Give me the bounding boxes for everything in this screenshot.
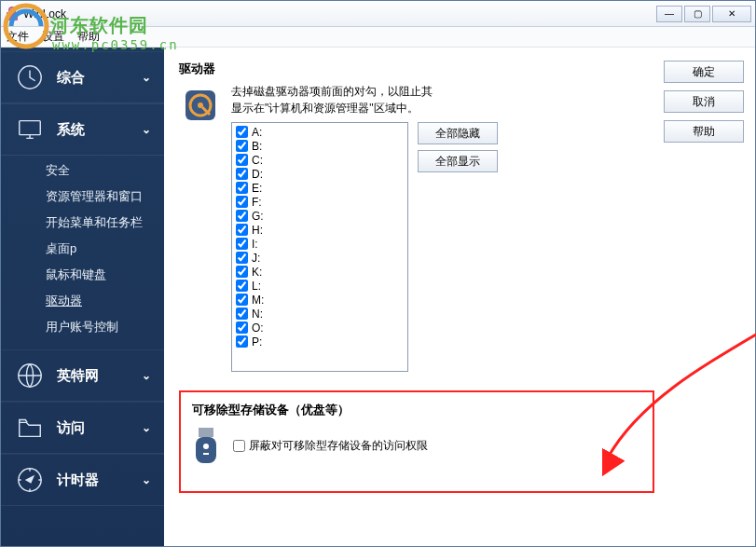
drive-row[interactable]: I: <box>236 237 404 251</box>
removable-checkbox[interactable] <box>233 440 245 452</box>
title-bar: WinLock — ▢ ✕ <box>1 1 755 27</box>
drive-checkbox[interactable] <box>236 335 248 348</box>
sidebar-group-internet: 英特网 ⌄ <box>1 349 164 402</box>
menu-settings[interactable]: 设置 <box>42 29 64 45</box>
show-all-button[interactable]: 全部显示 <box>418 150 498 172</box>
sidebar-group-timer: 计时器 ⌄ <box>1 454 164 506</box>
drive-checkbox[interactable] <box>236 308 248 320</box>
drive-row[interactable]: P: <box>236 335 404 349</box>
removable-checkbox-row[interactable]: 屏蔽对可移除型存储设备的访问权限 <box>233 438 428 454</box>
drive-row[interactable]: N: <box>236 307 404 321</box>
drive-label: B: <box>252 140 262 153</box>
drive-row[interactable]: L: <box>236 279 404 293</box>
sidebar-label: 访问 <box>57 419 142 437</box>
drive-checkbox[interactable] <box>236 238 248 250</box>
drive-label: C: <box>252 154 263 167</box>
sidebar-item-startmenu[interactable]: 开始菜单和任务栏 <box>1 210 164 236</box>
drive-label: O: <box>252 321 264 335</box>
drive-label: I: <box>252 238 258 251</box>
sidebar-header-internet[interactable]: 英特网 ⌄ <box>1 349 164 402</box>
menu-bar: 文件 设置 帮助 <box>1 27 755 48</box>
minimize-button[interactable]: — <box>656 6 682 22</box>
sidebar-header-access[interactable]: 访问 ⌄ <box>1 402 164 454</box>
sidebar-item-drives[interactable]: 驱动器 <box>1 288 164 314</box>
maximize-button[interactable]: ▢ <box>684 6 710 22</box>
menu-help[interactable]: 帮助 <box>77 29 100 45</box>
sidebar-header-timer[interactable]: 计时器 ⌄ <box>1 454 164 506</box>
chevron-down-icon: ⌄ <box>142 71 151 84</box>
sidebar-label: 综合 <box>57 69 142 87</box>
drive-checkbox[interactable] <box>236 196 248 208</box>
ok-button[interactable]: 确定 <box>664 61 744 83</box>
removable-title: 可移除型存储设备（优盘等） <box>192 402 641 418</box>
monitor-icon <box>14 114 46 145</box>
sidebar-group-access: 访问 ⌄ <box>1 402 164 454</box>
close-button[interactable]: ✕ <box>712 6 751 22</box>
clock-icon <box>14 62 46 93</box>
drive-list[interactable]: A:B:C:D:E:F:G:H:I:J:K:L:M:N:O:P: <box>231 122 408 372</box>
drive-checkbox[interactable] <box>236 168 248 180</box>
sidebar-label: 英特网 <box>57 367 142 385</box>
hide-all-button[interactable]: 全部隐藏 <box>418 122 498 144</box>
app-icon <box>5 7 20 21</box>
drive-checkbox[interactable] <box>236 280 248 292</box>
drive-checkbox[interactable] <box>236 224 248 236</box>
drive-checkbox[interactable] <box>236 294 248 306</box>
drive-label: K: <box>252 266 262 279</box>
desc-line-2: 显示在"计算机和资源管理器"区域中。 <box>231 102 419 115</box>
compass-icon <box>14 464 46 496</box>
cancel-button[interactable]: 取消 <box>664 90 744 113</box>
sidebar-group-general: 综合 ⌄ <box>1 51 164 103</box>
sidebar-header-general[interactable]: 综合 ⌄ <box>1 51 164 103</box>
svg-rect-0 <box>7 12 18 21</box>
sidebar-item-keyboard[interactable]: 鼠标和键盘 <box>1 262 164 288</box>
sidebar-item-explorer[interactable]: 资源管理器和窗口 <box>1 184 164 210</box>
sidebar-item-desktop[interactable]: 桌面p <box>1 236 164 262</box>
sidebar-item-security[interactable]: 安全 <box>1 157 164 184</box>
drive-checkbox[interactable] <box>236 252 248 264</box>
drive-row[interactable]: M: <box>236 293 404 307</box>
drive-label: M: <box>252 294 264 307</box>
drive-row[interactable]: D: <box>236 167 404 181</box>
sidebar-header-system[interactable]: 系统 ⌄ <box>1 103 164 156</box>
drive-row[interactable]: H: <box>236 223 404 237</box>
body: 综合 ⌄ 系统 ⌄ 安全 资源管理器和窗口 开始菜单和任务栏 桌面p <box>1 48 755 546</box>
drive-checkbox[interactable] <box>236 210 248 222</box>
svg-rect-2 <box>20 121 41 135</box>
content-panel: 驱动器 去掉磁盘驱动器项前面的对勾，以阻止其 显示在"计算机和资源管理器"区域中… <box>164 48 755 546</box>
menu-file[interactable]: 文件 <box>7 29 29 45</box>
drive-label: L: <box>252 280 261 293</box>
drive-label: P: <box>252 335 262 349</box>
drive-row[interactable]: A: <box>236 125 404 139</box>
sidebar-group-system: 系统 ⌄ 安全 资源管理器和窗口 开始菜单和任务栏 桌面p 鼠标和键盘 驱动器 … <box>1 103 164 349</box>
drive-checkbox[interactable] <box>236 154 248 166</box>
drive-checkbox[interactable] <box>236 126 248 138</box>
drive-row[interactable]: B: <box>236 139 404 153</box>
drive-checkbox[interactable] <box>236 266 248 278</box>
drive-row[interactable]: E: <box>236 181 404 195</box>
chevron-down-icon: ⌄ <box>142 473 151 486</box>
drive-checkbox[interactable] <box>236 140 248 152</box>
drive-label: F: <box>252 196 262 209</box>
removable-label: 屏蔽对可移除型存储设备的访问权限 <box>249 438 428 454</box>
drive-row[interactable]: F: <box>236 195 404 209</box>
drive-checkbox[interactable] <box>236 321 248 334</box>
sidebar-sub-system: 安全 资源管理器和窗口 开始菜单和任务栏 桌面p 鼠标和键盘 驱动器 用户账号控… <box>1 156 164 349</box>
hdd-icon <box>179 83 222 372</box>
removable-section: 可移除型存储设备（优盘等） 屏蔽对可移除型存储设备的访问权限 <box>179 390 654 493</box>
help-button[interactable]: 帮助 <box>664 120 744 143</box>
drive-checkbox[interactable] <box>236 182 248 194</box>
drive-row[interactable]: J: <box>236 251 404 265</box>
app-window: WinLock — ▢ ✕ 文件 设置 帮助 综合 ⌄ <box>0 0 756 547</box>
usb-icon <box>192 426 220 465</box>
sidebar-item-uac[interactable]: 用户账号控制 <box>1 314 164 340</box>
drive-label: A: <box>252 126 262 139</box>
sidebar-label: 计时器 <box>57 472 142 489</box>
drive-row[interactable]: O: <box>236 321 404 335</box>
chevron-down-icon: ⌄ <box>142 123 151 136</box>
drive-row[interactable]: K: <box>236 265 404 279</box>
drive-row[interactable]: G: <box>236 209 404 223</box>
chevron-down-icon: ⌄ <box>142 369 151 382</box>
svg-point-10 <box>203 444 209 449</box>
drive-row[interactable]: C: <box>236 153 404 167</box>
